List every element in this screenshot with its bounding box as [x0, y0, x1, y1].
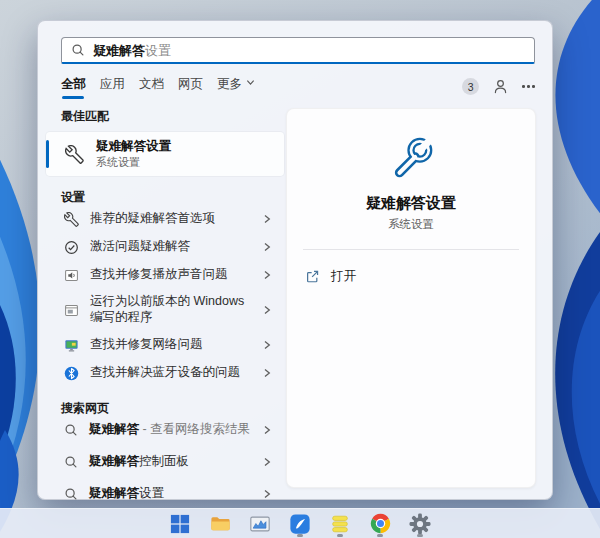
wrench-icon	[65, 145, 84, 164]
chrome-button[interactable]	[364, 509, 396, 538]
windows-logo-icon	[170, 514, 190, 534]
open-action[interactable]: 打开	[303, 265, 519, 288]
performance-monitor-icon	[249, 513, 271, 535]
search-query-text: 疑难解答	[93, 43, 145, 58]
wrench-icon	[386, 131, 436, 181]
chevron-right-icon	[262, 457, 272, 467]
running-indicator	[297, 534, 303, 537]
search-tabs: 全部 应用 文档 网页 更多 3	[61, 76, 535, 97]
more-options-icon	[522, 85, 535, 88]
running-indicator	[417, 534, 423, 537]
folder-icon	[209, 512, 232, 535]
rewards-badge[interactable]: 3	[462, 78, 479, 95]
chevron-right-icon	[262, 489, 272, 499]
chevron-down-icon	[246, 78, 255, 87]
desktop: 疑难解答设置 全部 应用 文档 网页 更多 3 最佳匹配	[0, 0, 600, 538]
settings-result-row[interactable]: 查找并修复网络问题	[46, 331, 284, 359]
preview-pane: 疑难解答设置 系统设置 打开	[286, 108, 536, 488]
settings-result-row[interactable]: 查找并修复播放声音问题	[46, 261, 284, 289]
tab-all[interactable]: 全部	[61, 76, 86, 98]
chevron-right-icon	[262, 368, 272, 378]
best-match-subtitle: 系统设置	[96, 155, 171, 169]
chevron-right-icon	[262, 242, 272, 252]
chevron-right-icon	[262, 425, 272, 435]
audio-window-icon	[64, 268, 79, 283]
tab-documents[interactable]: 文档	[139, 76, 164, 98]
tab-more[interactable]: 更多	[217, 76, 255, 98]
user-account-button[interactable]	[492, 78, 509, 95]
bluetooth-icon	[64, 366, 79, 381]
open-label: 打开	[331, 268, 356, 285]
search-flyout: 疑难解答设置 全部 应用 文档 网页 更多 3 最佳匹配	[37, 20, 553, 500]
file-explorer-button[interactable]	[204, 509, 236, 538]
chevron-right-icon	[262, 340, 272, 350]
user-icon	[492, 78, 509, 95]
preview-subtitle: 系统设置	[287, 217, 535, 232]
more-options-button[interactable]	[522, 85, 535, 88]
settings-result-row[interactable]: 查找并解决蓝牙设备的问题	[46, 359, 284, 387]
preview-divider	[303, 249, 519, 250]
legacy-app-icon	[64, 303, 79, 318]
search-icon	[71, 43, 85, 57]
settings-result-row[interactable]: 激活问题疑难解答	[46, 233, 284, 261]
check-circle-icon	[64, 240, 79, 255]
best-match-header: 最佳匹配	[46, 108, 284, 124]
taskbar	[0, 508, 600, 538]
tab-apps[interactable]: 应用	[100, 76, 125, 98]
network-icon	[64, 338, 79, 353]
stacked-disks-app-button[interactable]	[324, 509, 356, 538]
settings-button[interactable]	[404, 509, 436, 538]
stacked-disks-icon	[329, 513, 351, 535]
settings-result-row[interactable]: 推荐的疑难解答首选项	[46, 205, 284, 233]
wrench-icon	[64, 212, 79, 227]
best-match-title: 疑难解答设置	[96, 139, 171, 154]
web-search-result-row[interactable]: 疑难解答控制面板	[46, 448, 284, 476]
running-indicator	[377, 534, 383, 537]
settings-result-row[interactable]: 运行为以前版本的 Windows 编写的程序	[46, 289, 284, 331]
search-input[interactable]: 疑难解答设置	[61, 37, 535, 64]
chrome-icon	[370, 513, 391, 534]
search-suggestion-text: 设置	[145, 43, 171, 58]
tab-web[interactable]: 网页	[178, 76, 203, 98]
search-icon	[64, 423, 78, 437]
gear-icon	[409, 513, 431, 535]
chevron-right-icon	[262, 305, 272, 315]
external-link-icon	[305, 269, 320, 284]
web-search-result-row[interactable]: 疑难解答 - 查看网络搜索结果	[46, 416, 284, 444]
blue-arrow-app-button[interactable]	[284, 509, 316, 538]
best-match-item[interactable]: 疑难解答设置 系统设置	[46, 132, 284, 176]
performance-monitor-button[interactable]	[244, 509, 276, 538]
web-search-result-row[interactable]: 疑难解答设置	[46, 480, 284, 508]
start-button[interactable]	[164, 509, 196, 538]
settings-section-header: 设置	[46, 189, 284, 205]
preview-title: 疑难解答设置	[287, 194, 535, 213]
results-area: 最佳匹配 疑难解答设置 系统设置 设置 推荐的疑难解答首选项	[38, 108, 552, 508]
blue-arrow-app-icon	[289, 513, 311, 535]
web-search-section-header: 搜索网页	[46, 400, 284, 416]
chevron-right-icon	[262, 270, 272, 280]
search-icon	[64, 487, 78, 501]
chevron-right-icon	[262, 214, 272, 224]
search-icon	[64, 455, 78, 469]
running-indicator	[337, 534, 343, 537]
results-list: 最佳匹配 疑难解答设置 系统设置 设置 推荐的疑难解答首选项	[46, 108, 284, 508]
